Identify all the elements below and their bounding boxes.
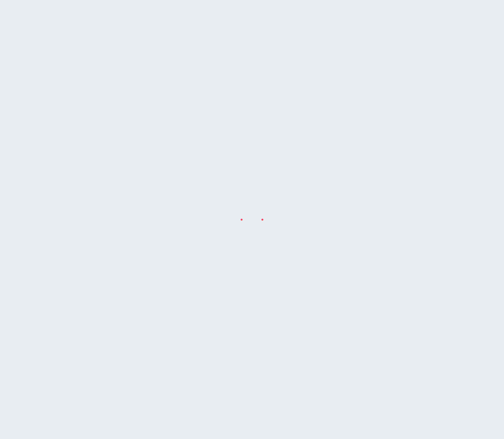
phone-left-wrapper: 9:41 ▲▲▲ ⌾ ▬ Reels ⊙ ♡ 200 💬 xyxy=(241,219,243,221)
phone-right-frame: 9:41 ▲▲▲ ⌾ ▬ ‹ Trial reels ⊙ xyxy=(261,219,263,221)
phone-left-frame: 9:41 ▲▲▲ ⌾ ▬ Reels ⊙ ♡ 200 💬 xyxy=(241,219,243,221)
phone-right-wrapper: 9:41 ▲▲▲ ⌾ ▬ ‹ Trial reels ⊙ xyxy=(261,219,263,221)
